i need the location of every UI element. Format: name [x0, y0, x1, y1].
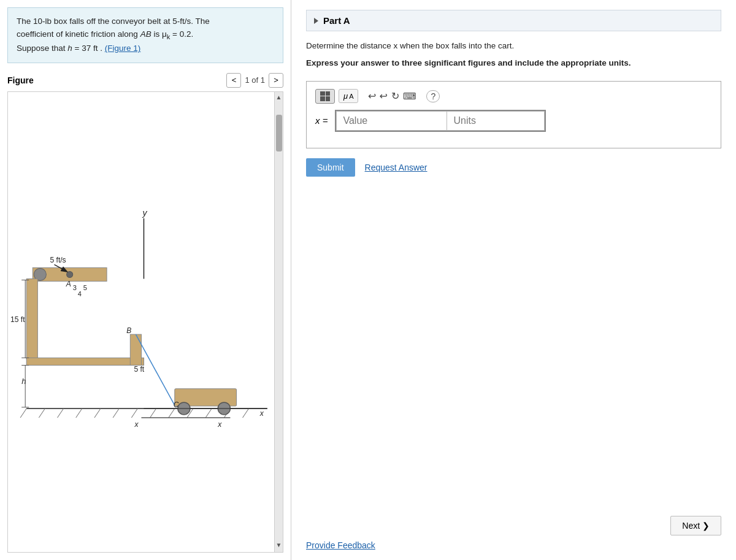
a-label: A [349, 93, 353, 100]
svg-text:5: 5 [83, 284, 87, 291]
svg-text:x: x [259, 409, 264, 418]
figure-section: Figure < 1 of 1 > y A [0, 71, 291, 560]
svg-line-31 [205, 408, 212, 418]
part-triangle-icon [314, 18, 318, 24]
keyboard-button[interactable]: ⌨ [403, 91, 416, 102]
submit-button[interactable]: Submit [306, 158, 355, 177]
figure-link[interactable]: (Figure 1) [105, 44, 141, 53]
toolbar: μA ↩ ↪ ↻ ⌨ ? [315, 89, 712, 104]
scroll-up-arrow[interactable]: ▲ [276, 92, 282, 102]
svg-line-22 [39, 408, 45, 418]
svg-text:3: 3 [73, 284, 77, 291]
left-panel: The 10-lb box falls off the conveyor bel… [0, 0, 291, 560]
svg-text:A: A [66, 280, 71, 288]
svg-line-25 [94, 408, 101, 418]
figure-header: Figure < 1 of 1 > [7, 73, 283, 88]
value-input[interactable] [336, 111, 447, 131]
mu-button[interactable]: μA [339, 89, 358, 103]
figure-svg: y A 5 ft/s [8, 92, 283, 552]
figure-title: Figure [7, 75, 34, 85]
grid-icon [320, 91, 330, 101]
svg-text:C: C [174, 401, 179, 409]
eq-label: x = [315, 115, 328, 126]
part-label: Part A [323, 15, 350, 26]
right-panel: Part A Determine the distance x when the… [291, 0, 736, 560]
svg-point-4 [67, 271, 73, 277]
svg-line-21 [20, 408, 26, 418]
scrollbar[interactable]: ▲ ▼ [274, 92, 283, 552]
redo-button[interactable]: ↪ [380, 90, 388, 102]
svg-line-27 [131, 408, 137, 418]
svg-line-24 [76, 408, 82, 418]
answer-row: x = [315, 110, 712, 132]
figure-prev-button[interactable]: < [226, 73, 241, 88]
problem-text: The 10-lb box falls off the conveyor bel… [17, 17, 210, 53]
svg-text:5 ft: 5 ft [134, 365, 144, 374]
svg-line-29 [169, 408, 175, 418]
request-answer-link[interactable]: Request Answer [365, 163, 427, 172]
refresh-button[interactable]: ↻ [391, 90, 399, 102]
svg-text:x: x [217, 420, 222, 429]
question-text: Determine the distance x when the box fa… [306, 40, 721, 52]
svg-rect-10 [130, 334, 141, 365]
svg-text:4: 4 [78, 290, 82, 297]
next-button[interactable]: Next ❯ [670, 516, 721, 535]
scroll-thumb[interactable] [276, 115, 282, 152]
svg-line-33 [243, 408, 249, 418]
svg-text:5 ft/s: 5 ft/s [50, 256, 66, 264]
undo-button[interactable]: ↩ [368, 90, 376, 102]
svg-line-28 [150, 408, 156, 418]
svg-line-26 [113, 408, 119, 418]
part-header: Part A [306, 10, 721, 31]
svg-text:x: x [134, 420, 139, 429]
answer-box: μA ↩ ↪ ↻ ⌨ ? x = [306, 81, 721, 148]
figure-nav: < 1 of 1 > [226, 73, 283, 88]
figure-page-label: 1 of 1 [245, 75, 265, 85]
bottom-row: Provide Feedback Next ❯ [306, 531, 721, 550]
svg-text:y: y [142, 208, 147, 218]
provide-feedback-link[interactable]: Provide Feedback [306, 540, 375, 550]
figure-canvas: y A 5 ft/s [7, 91, 283, 553]
svg-rect-9 [26, 358, 144, 365]
grid-icon-button[interactable] [315, 89, 335, 104]
svg-line-23 [58, 408, 64, 418]
instruction-text: Express your answer to three significant… [306, 57, 721, 69]
units-input[interactable] [447, 111, 545, 131]
scroll-down-arrow[interactable]: ▼ [276, 540, 282, 550]
mu-icon: μ [343, 91, 348, 101]
svg-text:15 ft: 15 ft [10, 315, 25, 324]
answer-input-wrapper [335, 110, 546, 132]
svg-rect-8 [26, 279, 37, 359]
problem-statement: The 10-lb box falls off the conveyor bel… [7, 7, 283, 63]
help-button[interactable]: ? [426, 90, 440, 102]
figure-next-button[interactable]: > [269, 73, 283, 88]
svg-text:B: B [126, 326, 131, 335]
action-row: Submit Request Answer [306, 158, 721, 177]
